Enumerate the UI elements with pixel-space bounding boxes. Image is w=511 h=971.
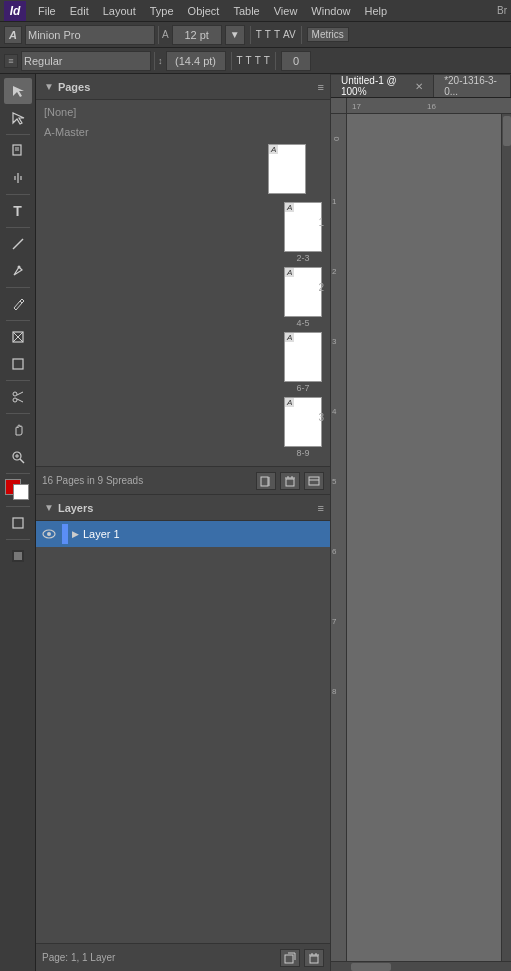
spread-number-1: 1 xyxy=(318,217,324,228)
layers-new-btn[interactable] xyxy=(280,949,300,967)
pages-content: [None] A-Master A xyxy=(36,100,330,466)
text-align3-icon: T xyxy=(274,29,280,40)
preview-mode-btn[interactable] xyxy=(4,543,32,569)
scrollbar-h-thumb[interactable] xyxy=(351,963,391,971)
spread-3-thumb[interactable]: A 6-7 xyxy=(284,332,322,393)
menu-view[interactable]: View xyxy=(268,3,304,19)
tool-separator-3 xyxy=(6,227,30,228)
svg-rect-23 xyxy=(261,477,268,486)
app-logo: Id xyxy=(4,1,26,21)
tool-separator-4 xyxy=(6,287,30,288)
tab-untitled1-close[interactable]: ✕ xyxy=(415,81,423,92)
menu-file[interactable]: File xyxy=(32,3,62,19)
spread-4-thumb[interactable]: A 8-9 xyxy=(284,397,322,458)
fill-stroke-swatches[interactable] xyxy=(5,479,31,501)
ruler-vertical: 0 1 2 3 4 5 6 7 8 xyxy=(331,114,347,961)
font-size-input[interactable] xyxy=(172,25,222,45)
menu-table[interactable]: Table xyxy=(227,3,265,19)
canvas-background[interactable] xyxy=(347,114,501,961)
type-tool[interactable]: T xyxy=(4,198,32,224)
layer-visibility-1[interactable] xyxy=(40,525,58,543)
right-area: ▼ Pages ≡ [None] A-Master A xyxy=(36,74,511,971)
metrics-btn[interactable]: Metrics xyxy=(307,27,349,42)
toolbar-row-2: ≡ ↕ T T T T xyxy=(0,48,511,74)
pages-extra-btn[interactable] xyxy=(304,472,324,490)
font-style-icon: A xyxy=(4,26,22,44)
tool-separator-7 xyxy=(6,413,30,414)
tracking-value-input[interactable] xyxy=(281,51,311,71)
svg-rect-36 xyxy=(310,956,318,963)
layer-row-1[interactable]: ▶ Layer 1 xyxy=(36,521,330,547)
rectangle-frame-tool[interactable] xyxy=(4,324,32,350)
line-tool[interactable] xyxy=(4,231,32,257)
layers-footer: Page: 1, 1 Layer xyxy=(36,943,330,971)
font-size-dropdown[interactable]: ▼ xyxy=(225,25,245,45)
svg-text:0: 0 xyxy=(332,136,341,141)
rectangle-tool[interactable] xyxy=(4,351,32,377)
page-thumb-1: A xyxy=(284,202,322,252)
page-label-1: A xyxy=(285,203,294,212)
rulers-canvas-wrap: 17 16 0 1 2 3 4 xyxy=(331,98,511,971)
pages-none-label: [None] xyxy=(40,104,326,120)
layer-color-1 xyxy=(62,524,68,544)
layers-panel-header[interactable]: ▼ Layers ≡ xyxy=(36,495,330,521)
page-number-3: 6-7 xyxy=(284,383,322,393)
scrollbar-horizontal[interactable] xyxy=(331,961,511,971)
leading-input[interactable] xyxy=(166,51,226,71)
spread-1-thumb[interactable]: A 2-3 xyxy=(284,202,322,263)
scrollbar-v-thumb[interactable] xyxy=(503,116,511,146)
tool-separator-10 xyxy=(6,539,30,540)
menubar: Id File Edit Layout Type Object Table Vi… xyxy=(0,0,511,22)
svg-line-15 xyxy=(17,399,23,402)
menu-object[interactable]: Object xyxy=(182,3,226,19)
menu-help[interactable]: Help xyxy=(358,3,393,19)
tool-separator-9 xyxy=(6,506,30,507)
gap-tool[interactable] xyxy=(4,165,32,191)
scissors-tool[interactable] xyxy=(4,384,32,410)
menu-window[interactable]: Window xyxy=(305,3,356,19)
zoom-tool[interactable] xyxy=(4,444,32,470)
selection-tool[interactable] xyxy=(4,78,32,104)
menu-edit[interactable]: Edit xyxy=(64,3,95,19)
spread-2-thumb[interactable]: A 4-5 xyxy=(284,267,322,328)
master-spread[interactable]: A xyxy=(268,144,306,194)
pencil-tool[interactable] xyxy=(4,291,32,317)
ruler-horizontal: 17 16 xyxy=(347,98,511,114)
tab-untitled1[interactable]: Untitled-1 @ 100% ✕ xyxy=(331,75,434,97)
layer-expand-1[interactable]: ▶ xyxy=(72,529,79,539)
page-tool[interactable] xyxy=(4,138,32,164)
svg-text:3: 3 xyxy=(332,337,337,346)
font-name-input[interactable] xyxy=(25,25,155,45)
tab-second-label: *20-1316-3-0... xyxy=(444,75,500,97)
spread-row-1: A 2-3 1 xyxy=(40,202,326,263)
pages-new-page-btn[interactable] xyxy=(256,472,276,490)
page-label-2: A xyxy=(285,268,294,277)
menu-type[interactable]: Type xyxy=(144,3,180,19)
menu-layout[interactable]: Layout xyxy=(97,3,142,19)
font-size-icon: A xyxy=(162,29,169,40)
layers-delete-btn[interactable] xyxy=(304,949,324,967)
tab-second[interactable]: *20-1316-3-0... xyxy=(434,75,511,97)
direct-select-tool[interactable] xyxy=(4,105,32,131)
svg-text:2: 2 xyxy=(332,267,337,276)
tool-separator-1 xyxy=(6,134,30,135)
normal-mode-btn[interactable] xyxy=(4,510,32,536)
pen-tool[interactable] xyxy=(4,258,32,284)
tracking-icon: AV xyxy=(283,29,296,40)
spread-row-3: A 6-7 xyxy=(40,332,326,393)
hand-tool[interactable] xyxy=(4,417,32,443)
bridge-btn[interactable]: Br xyxy=(497,5,507,16)
toolbar-row-1: A A ▼ T T T AV Metrics xyxy=(0,22,511,48)
font-style-input[interactable] xyxy=(21,51,151,71)
tab-bar: Untitled-1 @ 100% ✕ *20-1316-3-0... xyxy=(331,74,511,98)
svg-text:6: 6 xyxy=(332,547,337,556)
tool-separator-5 xyxy=(6,320,30,321)
pages-panel-menu[interactable]: ≡ xyxy=(318,81,324,93)
spread-number-3: 3 xyxy=(318,412,324,423)
scrollbar-vertical[interactable] xyxy=(501,114,511,961)
pages-delete-btn[interactable] xyxy=(280,472,300,490)
svg-rect-11 xyxy=(13,359,23,369)
pages-panel-title: Pages xyxy=(58,81,90,93)
layers-panel-menu[interactable]: ≡ xyxy=(318,502,324,514)
pages-panel-header[interactable]: ▼ Pages ≡ xyxy=(36,74,330,100)
